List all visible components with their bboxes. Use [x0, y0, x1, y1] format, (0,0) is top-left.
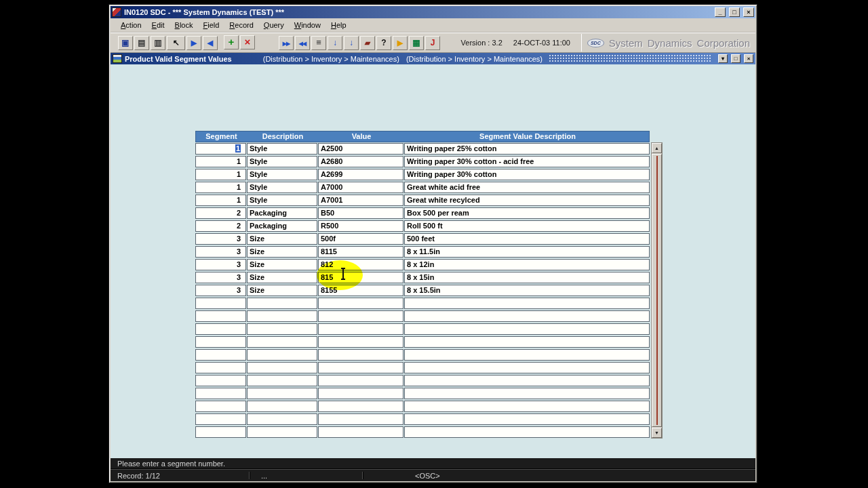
minimize-icon[interactable]: _	[715, 7, 726, 17]
previous-record-button[interactable]: ◀	[203, 36, 218, 50]
cell-value-description[interactable]: Writing paper 30% cotton	[404, 169, 650, 180]
clear-record-button[interactable]: ▰	[360, 36, 375, 50]
cell-value-description[interactable]	[404, 310, 650, 322]
cell-value[interactable]	[318, 362, 403, 373]
cell-value-description[interactable]	[404, 413, 650, 425]
cell-segment[interactable]: 1	[195, 156, 246, 167]
cell-segment[interactable]	[195, 349, 246, 361]
cell-value-description[interactable]	[404, 426, 650, 438]
help-button[interactable]: ?	[376, 36, 391, 50]
next-record-button[interactable]: ▶	[186, 36, 201, 50]
cell-description[interactable]	[247, 323, 317, 335]
menu-record[interactable]: Record	[224, 20, 258, 30]
cell-description[interactable]	[247, 362, 317, 373]
cell-value-description[interactable]: Writing paper 25% cotton	[404, 143, 650, 155]
cell-value-description[interactable]	[404, 323, 650, 335]
cell-value-description[interactable]: 8 x 15.5in	[404, 285, 650, 296]
cell-value[interactable]: R500	[318, 220, 403, 232]
cell-value[interactable]: A2699	[318, 169, 403, 180]
cell-segment[interactable]	[195, 323, 246, 335]
cell-value-description[interactable]	[404, 349, 650, 361]
cell-segment[interactable]: 1	[195, 169, 246, 180]
menu-edit[interactable]: Edit	[147, 20, 170, 30]
cell-value-description[interactable]: Great white recylced	[404, 195, 650, 206]
cell-description[interactable]: Size	[247, 272, 317, 283]
cell-value-description[interactable]	[404, 375, 650, 386]
cell-value[interactable]: A7000	[318, 182, 403, 193]
menu-field[interactable]: Field	[198, 20, 224, 30]
scroll-down-icon[interactable]: ▼	[652, 428, 662, 438]
cell-value-description[interactable]	[404, 298, 650, 309]
cell-value[interactable]	[318, 413, 403, 425]
cell-description[interactable]: Size	[247, 285, 317, 296]
cell-description[interactable]: Style	[247, 195, 317, 206]
cell-description[interactable]	[247, 349, 317, 361]
cell-value[interactable]: B50	[318, 207, 403, 219]
calculator-button[interactable]: ▦	[409, 36, 424, 50]
clear-form-button[interactable]: ↖	[167, 36, 185, 50]
cell-segment[interactable]	[195, 336, 246, 348]
cell-description[interactable]: Style	[247, 169, 317, 180]
cell-segment[interactable]: 2	[195, 207, 246, 219]
list-values-button[interactable]: ≡	[311, 36, 326, 50]
cell-value[interactable]	[318, 401, 403, 412]
cell-value-description[interactable]: 500 feet	[404, 233, 650, 245]
menu-query[interactable]: Query	[259, 20, 289, 30]
cell-description[interactable]: Size	[247, 246, 317, 258]
cell-value[interactable]	[318, 349, 403, 361]
cell-description[interactable]: Packaging	[247, 220, 317, 232]
print-button[interactable]: ▤	[134, 36, 149, 50]
cell-description[interactable]	[247, 310, 317, 322]
cell-value-description[interactable]	[404, 388, 650, 399]
table-scrollbar[interactable]: ▲ ▼	[651, 142, 663, 439]
cell-value-description[interactable]: 8 x 11.5in	[404, 246, 650, 258]
cell-description[interactable]	[247, 375, 317, 386]
cell-value-description[interactable]: 8 x 12in	[404, 259, 650, 270]
maximize-icon[interactable]: □	[729, 7, 740, 17]
cell-segment[interactable]: 3	[195, 285, 246, 296]
cell-segment[interactable]: 3	[195, 259, 246, 270]
cell-segment[interactable]	[195, 375, 246, 386]
cell-description[interactable]: Style	[247, 143, 317, 155]
cell-value-description[interactable]	[404, 336, 650, 348]
window-close-icon[interactable]: ×	[744, 54, 753, 63]
cell-value-description[interactable]: Roll 500 ft	[404, 220, 650, 232]
window-pin-icon[interactable]: ▾	[718, 54, 728, 63]
cell-value[interactable]: A7001	[318, 195, 403, 206]
scroll-thumb[interactable]	[652, 154, 662, 427]
cell-segment[interactable]	[195, 362, 246, 373]
cell-segment[interactable]	[195, 298, 246, 309]
cell-value-description[interactable]: Great white acid free	[404, 182, 650, 193]
cell-value[interactable]: 8115	[318, 246, 403, 258]
cell-description[interactable]: Style	[247, 156, 317, 167]
import-button[interactable]: ↓	[344, 36, 359, 50]
scroll-up-icon[interactable]: ▲	[652, 143, 662, 153]
cell-value-description[interactable]	[404, 362, 650, 373]
cell-segment[interactable]: 1	[195, 182, 246, 193]
save-button[interactable]: ▣	[118, 36, 133, 50]
cell-value[interactable]: 500f	[318, 233, 403, 245]
execute-query-button[interactable]: ▶	[393, 36, 408, 50]
cell-segment[interactable]: 3	[195, 272, 246, 283]
cell-description[interactable]	[247, 413, 317, 425]
print-setup-button[interactable]: ▥	[151, 36, 165, 50]
cell-value-description[interactable]: 8 x 15in	[404, 272, 650, 283]
cell-description[interactable]	[247, 426, 317, 438]
cell-description[interactable]	[247, 388, 317, 399]
previous-block-button[interactable]: ◀◀	[295, 36, 310, 50]
menu-action[interactable]: Action	[116, 20, 146, 30]
cell-description[interactable]	[247, 298, 317, 309]
cell-segment[interactable]	[195, 310, 246, 322]
cell-value[interactable]	[318, 298, 403, 309]
cell-segment[interactable]	[195, 401, 246, 412]
cell-value-description[interactable]: Writing paper 30% cotton - acid free	[404, 156, 650, 167]
cell-value[interactable]	[318, 336, 403, 348]
cell-description[interactable]: Size	[247, 259, 317, 270]
cell-value-description[interactable]	[404, 401, 650, 412]
export-button[interactable]: ↓	[328, 36, 342, 50]
menu-help[interactable]: Help	[326, 20, 351, 30]
cell-segment[interactable]	[195, 426, 246, 438]
cell-segment[interactable]	[195, 413, 246, 425]
close-icon[interactable]: ×	[743, 7, 754, 17]
cell-value[interactable]	[318, 426, 403, 438]
